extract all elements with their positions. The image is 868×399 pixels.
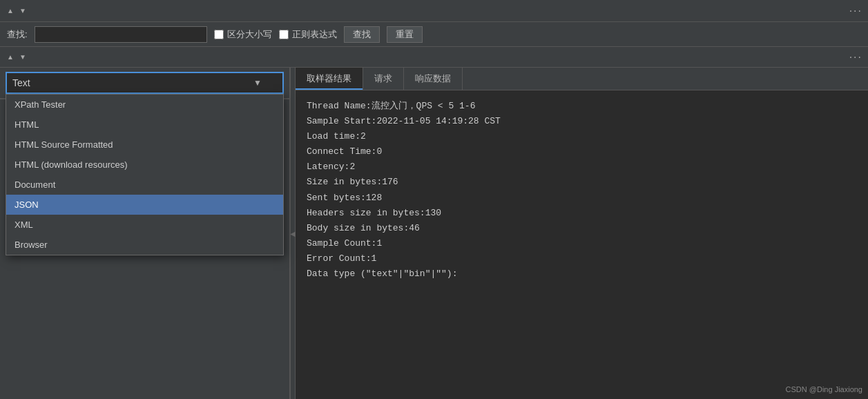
search-bar: 查找: 区分大小写 正则表达式 查找 重置: [0, 22, 868, 47]
dropdown-container: Text ▼ XPath Tester HTML HTML Source For…: [0, 68, 289, 99]
sent-bytes: Sent bytes:128: [307, 191, 857, 206]
headers-size: Headers size in bytes:130: [307, 206, 857, 221]
sample-count: Sample Count:1: [307, 236, 857, 251]
watermark: CSDN @Ding Jiaxiong: [786, 385, 862, 393]
case-sensitive-checkbox[interactable]: [214, 30, 224, 39]
dropdown-item-xml[interactable]: XML: [6, 215, 283, 235]
search-label: 查找:: [7, 28, 28, 41]
reset-button[interactable]: 重置: [387, 26, 423, 43]
arrow-down-btn-2[interactable]: ▼: [18, 52, 28, 62]
search-input[interactable]: [35, 26, 207, 43]
case-sensitive-label: 区分大小写: [227, 28, 272, 41]
right-panel: 取样器结果 请求 响应数据 Thread Name:流控入门，QPS < 5 1…: [296, 68, 868, 399]
toolbar-second: ▲ ▼ ···: [0, 47, 868, 68]
latency: Latency:2: [307, 159, 857, 175]
select-display[interactable]: Text ▼: [6, 72, 284, 94]
toolbar-top-dots[interactable]: ···: [849, 5, 862, 17]
body-size: Body size in bytes:46: [307, 221, 857, 236]
regex-label: 正则表达式: [292, 28, 337, 41]
toolbar-top: ▲ ▼ ···: [0, 0, 868, 22]
dropdown-item-document[interactable]: Document: [6, 175, 283, 195]
tab-sampler-result[interactable]: 取样器结果: [296, 68, 363, 90]
dropdown-item-browser[interactable]: Browser: [6, 235, 283, 255]
error-count: Error Count:1: [307, 251, 857, 266]
regex-group: 正则表达式: [279, 28, 337, 41]
result-content: Thread Name:流控入门，QPS < 5 1-6 Sample Star…: [296, 90, 868, 399]
dropdown-item-xpath[interactable]: XPath Tester: [6, 95, 283, 115]
dropdown-menu: XPath Tester HTML HTML Source Formatted …: [6, 94, 284, 255]
toolbar-arrows: ▲ ▼: [6, 6, 28, 16]
dropdown-item-html-download[interactable]: HTML (download resources): [6, 155, 283, 175]
search-button[interactable]: 查找: [344, 26, 380, 43]
arrow-down-btn[interactable]: ▼: [18, 6, 28, 16]
connect-time: Connect Time:0: [307, 144, 857, 159]
main-container: ▲ ▼ ··· 查找: 区分大小写 正则表达式 查找 重置 ▲ ▼ ···: [0, 0, 868, 399]
dropdown-item-json[interactable]: JSON: [6, 195, 283, 215]
divider-handle: ◀: [290, 230, 296, 237]
thread-name: Thread Name:流控入门，QPS < 5 1-6: [307, 99, 857, 114]
tab-bar: 取样器结果 请求 响应数据: [296, 68, 868, 90]
toolbar-second-dots[interactable]: ···: [849, 51, 862, 64]
tab-response-data[interactable]: 响应数据: [404, 68, 463, 90]
toolbar-second-arrows: ▲ ▼: [6, 52, 28, 62]
case-sensitive-group: 区分大小写: [214, 28, 272, 41]
data-type: Data type ("text"|"bin"|""):: [307, 266, 857, 282]
panel-divider[interactable]: ◀: [290, 68, 296, 399]
tab-request[interactable]: 请求: [363, 68, 404, 90]
dropdown-item-html[interactable]: HTML: [6, 115, 283, 135]
dropdown-item-html-source[interactable]: HTML Source Formatted: [6, 135, 283, 155]
left-panel: Text ▼ XPath Tester HTML HTML Source For…: [0, 68, 290, 399]
content-area: Text ▼ XPath Tester HTML HTML Source For…: [0, 68, 868, 399]
regex-checkbox[interactable]: [279, 30, 289, 39]
select-current-value: Text: [12, 77, 30, 88]
size-in-bytes: Size in bytes:176: [307, 175, 857, 190]
format-select[interactable]: Text ▼ XPath Tester HTML HTML Source For…: [6, 72, 284, 94]
arrow-up-btn[interactable]: ▲: [6, 6, 15, 16]
select-arrow-icon: ▼: [253, 78, 262, 88]
arrow-up-btn-2[interactable]: ▲: [6, 52, 15, 62]
sample-start: Sample Start:2022-11-05 14:19:28 CST: [307, 114, 857, 129]
load-time: Load time:2: [307, 129, 857, 144]
